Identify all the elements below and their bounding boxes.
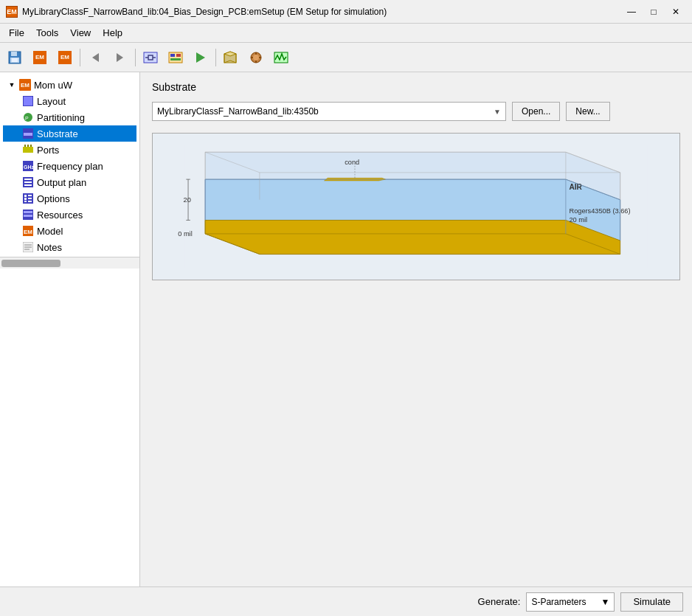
tree-root: ▼ EM Mom uW Layout xyxy=(0,75,139,257)
layout-button[interactable] xyxy=(164,46,187,69)
svg-rect-38 xyxy=(24,179,32,180)
svg-text:cond: cond xyxy=(345,159,359,166)
menu-file[interactable]: File xyxy=(3,26,30,40)
simulate-button[interactable]: Simulate xyxy=(620,592,683,612)
toolbar-sep2 xyxy=(135,49,136,66)
app-icon: EM xyxy=(6,6,18,18)
generate-value: S-Parameters xyxy=(531,597,586,607)
back-button[interactable] xyxy=(83,46,107,69)
component-button[interactable] xyxy=(244,46,268,69)
sidebar-label-resources: Resources xyxy=(37,210,83,221)
substrate-controls: MyLibraryClassF_NarrowBand_lib:4350b ▼ O… xyxy=(152,102,680,121)
svg-text:EM: EM xyxy=(24,229,32,235)
svg-rect-39 xyxy=(24,181,32,183)
toolbar-sep1 xyxy=(80,49,80,66)
schematic-button[interactable] xyxy=(139,46,162,69)
svg-rect-30 xyxy=(24,133,32,136)
svg-marker-5 xyxy=(117,53,123,62)
sidebar-label-output-plan: Output plan xyxy=(37,177,86,188)
svg-text:AIR: AIR xyxy=(570,183,583,191)
sidebar-item-output-plan[interactable]: Output plan xyxy=(3,174,136,190)
sidebar-label-model: Model xyxy=(37,226,63,237)
menu-help[interactable]: Help xyxy=(97,26,128,40)
root-em-icon: EM xyxy=(19,79,31,91)
dropdown-arrow-icon: ▼ xyxy=(494,108,501,116)
toolbar-sep3 xyxy=(215,49,216,66)
save-button[interactable] xyxy=(3,46,27,69)
minimize-button[interactable]: — xyxy=(621,4,642,20)
sidebar-item-frequency-plan[interactable]: GHz Frequency plan xyxy=(3,158,136,174)
sidebar-label-frequency-plan: Frequency plan xyxy=(37,161,103,172)
tree-root-item[interactable]: ▼ EM Mom uW xyxy=(3,77,136,93)
forward-button[interactable] xyxy=(108,46,132,69)
options-icon xyxy=(22,193,34,204)
sidebar-item-model[interactable]: EM Model xyxy=(3,223,136,239)
substrate-value: MyLibraryClassF_NarrowBand_lib:4350b xyxy=(157,106,319,117)
layout-icon xyxy=(22,95,34,107)
generate-dropdown[interactable]: S-Parameters ▼ xyxy=(526,592,615,612)
sidebar-item-layout[interactable]: Layout xyxy=(3,93,136,109)
substrate-dropdown[interactable]: MyLibraryClassF_NarrowBand_lib:4350b ▼ xyxy=(152,102,506,121)
svg-rect-47 xyxy=(28,201,32,202)
svg-text:Rogers4350B (3.66): Rogers4350B (3.66) xyxy=(570,207,631,215)
svg-rect-44 xyxy=(24,201,27,202)
sidebar-item-notes[interactable]: Notes xyxy=(3,239,136,255)
generate-label: Generate: xyxy=(478,596,521,607)
svg-rect-50 xyxy=(24,215,32,217)
new-button[interactable]: New... xyxy=(566,102,609,121)
window-title: MyLibraryClassF_NarrowBand_lib:04_Bias_D… xyxy=(22,7,387,17)
open-button[interactable]: Open... xyxy=(512,102,560,121)
sidebar-label-partitioning: Partitioning xyxy=(37,112,85,123)
toolbar: EM EM xyxy=(0,43,692,72)
scrollbar-thumb[interactable] xyxy=(1,260,60,267)
sidebar-item-partitioning[interactable]: P Partitioning xyxy=(3,109,136,125)
partition-icon: P xyxy=(22,111,34,123)
svg-rect-3 xyxy=(12,58,18,62)
svg-marker-60 xyxy=(205,220,620,254)
substrate-svg: cond 20 0 mil AIR Rogers4350B (3.66) 20 … xyxy=(165,145,668,268)
svg-rect-26 xyxy=(24,97,32,105)
svg-text:20 mil: 20 mil xyxy=(570,216,588,224)
3d-view-button[interactable] xyxy=(219,46,243,69)
waves-button[interactable] xyxy=(269,46,293,69)
em2-icon: EM xyxy=(58,51,72,64)
svg-text:0 mil: 0 mil xyxy=(178,230,192,238)
title-bar: EM MyLibraryClassF_NarrowBand_lib:04_Bia… xyxy=(0,0,692,24)
sidebar-label-ports: Ports xyxy=(37,145,59,156)
sidebar-label-notes: Notes xyxy=(37,242,62,253)
close-button[interactable]: ✕ xyxy=(665,4,686,20)
em-view-button[interactable]: EM xyxy=(28,46,52,69)
title-bar-buttons: — □ ✕ xyxy=(621,4,686,20)
freq-icon: GHz xyxy=(22,160,34,172)
sidebar-label-substrate: Substrate xyxy=(37,128,78,139)
sidebar: ▼ EM Mom uW Layout xyxy=(0,72,140,586)
svg-rect-45 xyxy=(28,195,32,196)
section-title: Substrate xyxy=(152,81,680,93)
svg-rect-43 xyxy=(24,198,27,200)
svg-rect-1 xyxy=(11,52,17,56)
model-icon: EM xyxy=(22,225,34,237)
bottom-bar: Generate: S-Parameters ▼ Simulate xyxy=(0,586,692,616)
maximize-button[interactable]: □ xyxy=(643,4,664,20)
sidebar-item-options[interactable]: Options xyxy=(3,190,136,207)
menu-view[interactable]: View xyxy=(64,26,97,40)
sidebar-item-ports[interactable]: Ports xyxy=(3,142,136,158)
expand-icon: ▼ xyxy=(7,80,16,89)
svg-marker-14 xyxy=(196,52,205,63)
svg-rect-31 xyxy=(23,147,33,153)
svg-point-19 xyxy=(253,55,259,60)
substrate-icon xyxy=(22,128,34,139)
svg-marker-4 xyxy=(92,53,99,62)
svg-rect-40 xyxy=(24,184,32,186)
em-button2[interactable]: EM xyxy=(53,46,77,69)
simulate-run-button[interactable] xyxy=(189,46,212,69)
svg-rect-12 xyxy=(176,54,181,57)
sidebar-item-substrate[interactable]: Substrate xyxy=(3,125,136,142)
svg-rect-42 xyxy=(24,195,27,197)
sidebar-scrollbar[interactable] xyxy=(0,257,139,269)
notes-icon xyxy=(22,241,34,253)
main-container: ▼ EM Mom uW Layout xyxy=(0,72,692,586)
menu-tools[interactable]: Tools xyxy=(30,26,64,40)
sidebar-item-resources[interactable]: Resources xyxy=(3,207,136,223)
generate-arrow-icon: ▼ xyxy=(601,597,610,607)
